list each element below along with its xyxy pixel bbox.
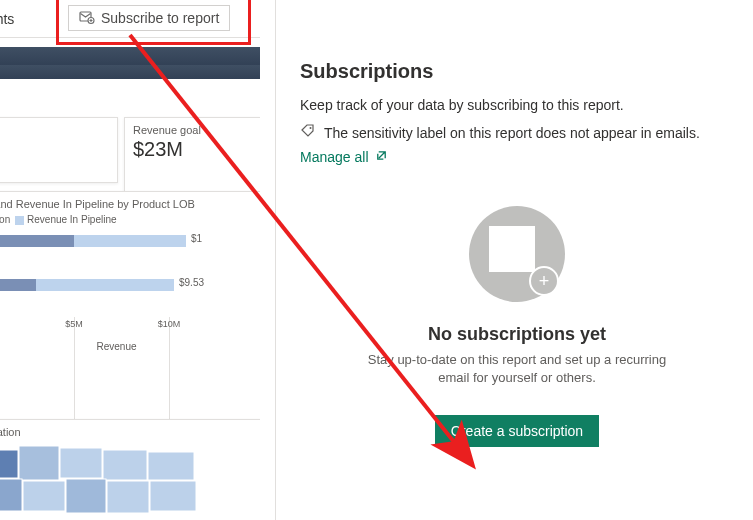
bar-chart-tile[interactable]: on and Revenue In Pipeline by Product LO… bbox=[0, 191, 260, 425]
tag-icon bbox=[300, 123, 316, 142]
svg-rect-8 bbox=[23, 481, 65, 511]
axis-tick: $10M bbox=[158, 319, 181, 329]
empty-state-description: Stay up-to-date on this report and set u… bbox=[357, 351, 677, 387]
svg-rect-10 bbox=[107, 481, 149, 513]
svg-rect-5 bbox=[103, 450, 147, 480]
bar-end-label: $1 bbox=[191, 233, 202, 244]
kpi-tile-blank bbox=[0, 117, 118, 183]
bar-end-label: $9.53 bbox=[179, 277, 204, 288]
sensitivity-text: The sensitivity label on this report doe… bbox=[324, 125, 700, 141]
legend-label: Von bbox=[0, 214, 10, 225]
bar-row: $1 bbox=[0, 231, 254, 269]
legend-label: Revenue In Pipeline bbox=[27, 214, 117, 225]
kpi-value: $23M bbox=[133, 138, 253, 161]
svg-rect-2 bbox=[0, 450, 18, 478]
subscribe-to-report-button[interactable]: Subscribe to report bbox=[68, 5, 230, 31]
kpi-tile-revenue-goal: Revenue goal $23M bbox=[124, 117, 260, 195]
svg-point-12 bbox=[310, 127, 312, 129]
manage-all-link[interactable]: Manage all bbox=[300, 149, 388, 165]
chart-x-axis: $0M $5M $10M bbox=[0, 319, 254, 335]
tab-insights[interactable]: nsights bbox=[0, 11, 22, 27]
sensitivity-notice: The sensitivity label on this report doe… bbox=[300, 123, 734, 142]
map-tile[interactable]: Location bbox=[0, 419, 260, 520]
svg-rect-4 bbox=[60, 448, 102, 478]
empty-state-icon: + bbox=[469, 206, 565, 302]
panel-title: Subscriptions bbox=[300, 60, 734, 83]
toolbar: nsights Subscribe to report bbox=[0, 0, 260, 38]
svg-rect-7 bbox=[0, 479, 22, 511]
legend-swatch-pipeline bbox=[15, 216, 24, 225]
svg-rect-3 bbox=[19, 446, 59, 480]
kpi-label: Revenue goal bbox=[133, 124, 253, 136]
subscribe-icon bbox=[79, 9, 95, 28]
bar-row: $9.53 bbox=[0, 275, 254, 313]
chart-title: on and Revenue In Pipeline by Product LO… bbox=[0, 198, 254, 210]
subscribe-button-label: Subscribe to report bbox=[101, 10, 219, 26]
empty-state: + No subscriptions yet Stay up-to-date o… bbox=[300, 206, 734, 447]
panel-description: Keep track of your data by subscribing t… bbox=[300, 97, 734, 113]
empty-state-title: No subscriptions yet bbox=[300, 324, 734, 345]
axis-tick: $5M bbox=[65, 319, 83, 329]
header-strip bbox=[0, 47, 260, 65]
subscriptions-panel: Subscriptions Keep track of your data by… bbox=[275, 0, 753, 520]
plus-icon: + bbox=[529, 266, 559, 296]
external-link-icon bbox=[375, 149, 388, 165]
create-subscription-button[interactable]: Create a subscription bbox=[435, 415, 599, 447]
svg-rect-11 bbox=[150, 481, 196, 511]
chart-x-axis-label: Revenue bbox=[0, 341, 254, 352]
header-strip bbox=[0, 65, 260, 79]
us-map-icon bbox=[0, 438, 239, 520]
chart-legend: Von Revenue In Pipeline bbox=[0, 214, 254, 225]
report-canvas: Revenue goal $23M on and Revenue In Pipe… bbox=[0, 47, 260, 520]
manage-all-label: Manage all bbox=[300, 149, 369, 165]
svg-rect-9 bbox=[66, 479, 106, 513]
svg-rect-6 bbox=[148, 452, 194, 480]
map-title: Location bbox=[0, 426, 254, 438]
